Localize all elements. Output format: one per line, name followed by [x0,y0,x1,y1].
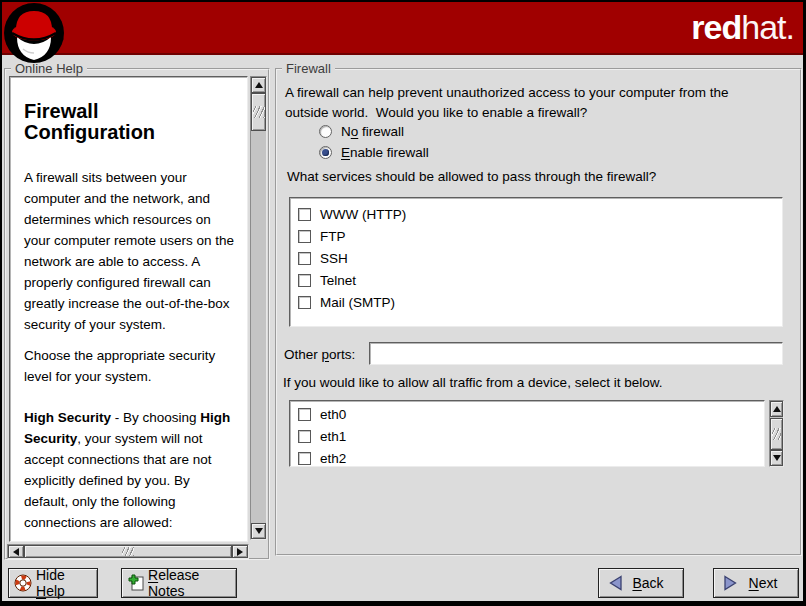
services-list: WWW (HTTP) FTP SSH Telnet Mail (SMTP) [289,197,783,327]
radio-enable-firewall[interactable]: Enable firewall [319,143,429,161]
scrollbar-grip [122,547,134,556]
up-arrow-icon [773,406,781,412]
other-ports-label: Other ports: [284,347,355,362]
service-row-mail[interactable]: Mail (SMTP) [290,291,782,313]
next-button[interactable]: Next [713,568,799,598]
scroll-up-button[interactable] [251,77,266,93]
device-label: eth2 [320,451,346,466]
installer-window: redhat. ® Online Help Firewall Configura… [0,0,806,606]
scrollbar-grip [772,428,781,440]
back-arrow-icon [608,575,623,591]
right-arrow-icon [237,548,243,556]
firewall-intro-text: A firewall can help prevent unauthorized… [285,83,787,123]
device-row-eth0[interactable]: eth0 [290,403,764,425]
service-row-telnet[interactable]: Telnet [290,269,782,291]
brand-red: red [691,8,741,46]
next-arrow-icon [723,575,738,591]
device-list-scrollbar [769,400,784,467]
firewall-frame-label: Firewall [282,61,335,77]
help-bold: High Security [24,410,111,425]
checkbox-icon [298,252,311,265]
vertical-scrollbar-thumb[interactable] [770,418,783,450]
online-help-panel: Online Help Firewall Configuration A fir… [4,68,270,560]
radio-button-icon [319,125,332,138]
radio-label: Enable firewall [341,145,429,160]
device-hint-text: If you would like to allow all traffic f… [283,375,662,390]
scroll-down-button[interactable] [251,523,266,539]
button-label: Release Notes [148,567,236,599]
brand-dot: . [786,8,794,46]
up-arrow-icon [255,82,263,88]
service-label: SSH [320,251,348,266]
registered-trademark: ® [58,36,63,43]
horizontal-scrollbar-thumb[interactable] [24,545,232,558]
checkbox-icon [298,274,311,287]
service-row-ftp[interactable]: FTP [290,225,782,247]
device-list: eth0 eth1 eth2 [289,400,765,467]
scroll-right-button[interactable] [232,545,248,558]
help-vertical-scrollbar [250,76,267,540]
left-arrow-icon [13,548,19,556]
device-row-eth2[interactable]: eth2 [290,447,764,467]
checkbox-icon [298,208,311,221]
checkbox-icon [298,230,311,243]
scroll-up-button[interactable] [770,401,783,417]
radio-label: No firewall [341,124,404,139]
help-text-view: Firewall Configuration A firewall sits b… [9,76,248,542]
header-bar: redhat. [2,2,803,55]
down-arrow-icon [255,528,263,534]
lifesaver-icon [14,574,32,592]
device-label: eth0 [320,407,346,422]
button-label: Back [618,575,663,591]
redhat-wordmark: redhat. [691,7,794,47]
help-horizontal-scrollbar [7,544,249,559]
help-paragraph: A firewall sits between your computer an… [24,167,235,335]
help-title: Firewall Configuration [24,101,235,143]
release-notes-button[interactable]: Release Notes [121,568,237,598]
down-arrow-icon [773,455,781,461]
scrollbar-grip [253,106,265,118]
help-paragraph: Choose the appropriate security level fo… [24,345,235,387]
device-row-eth1[interactable]: eth1 [290,425,764,447]
service-label: FTP [320,229,346,244]
release-notes-icon [128,574,145,592]
scroll-down-button[interactable] [770,450,783,466]
button-label: Hide Help [36,567,97,599]
services-question: What services should be allowed to pass … [287,169,656,184]
service-row-www[interactable]: WWW (HTTP) [290,203,782,225]
brand-hat: hat [741,8,785,46]
service-label: Mail (SMTP) [320,295,395,310]
back-button[interactable]: Back [598,568,684,598]
service-row-ssh[interactable]: SSH [290,247,782,269]
radio-button-selected-icon [319,146,332,159]
vertical-scrollbar-thumb[interactable] [251,93,266,131]
scroll-left-button[interactable] [8,545,24,558]
firewall-panel: Firewall A firewall can help prevent una… [275,68,802,556]
button-label: Next [735,575,778,591]
checkbox-icon [298,408,311,421]
checkbox-icon [298,296,311,309]
service-label: Telnet [320,273,356,288]
radio-no-firewall[interactable]: No firewall [319,122,404,140]
service-label: WWW (HTTP) [320,207,406,222]
hide-help-button[interactable]: Hide Help [8,568,98,598]
redhat-shadowman-logo: ® [3,2,69,68]
device-label: eth1 [320,429,346,444]
shadowman-icon [3,2,67,66]
checkbox-icon [298,452,311,465]
checkbox-icon [298,430,311,443]
help-paragraph: High Security - By choosing High Securit… [24,407,235,533]
other-ports-input[interactable] [369,342,783,365]
